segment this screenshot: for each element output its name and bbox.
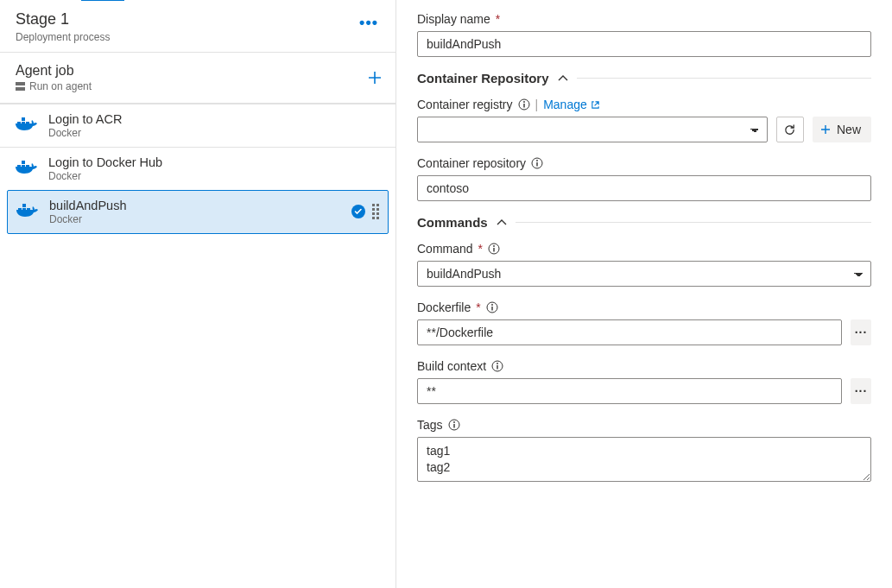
svg-point-24: [491, 304, 493, 306]
tags-label: Tags: [417, 418, 443, 432]
refresh-button[interactable]: [776, 117, 804, 142]
task-title: Login to Docker Hub: [48, 155, 387, 169]
info-icon[interactable]: [491, 360, 503, 372]
manage-link[interactable]: Manage: [543, 98, 600, 111]
info-icon[interactable]: [488, 243, 500, 255]
section-container-repository[interactable]: Container Repository: [417, 71, 549, 85]
task-login-acr[interactable]: Login to ACR Docker: [0, 104, 395, 147]
command-label: Command: [417, 242, 473, 256]
pipe-divider: |: [535, 98, 539, 111]
container-repository-label: Container repository: [417, 156, 526, 170]
info-icon[interactable]: [486, 301, 498, 313]
svg-rect-1: [16, 87, 25, 91]
svg-rect-25: [491, 307, 492, 311]
required-marker: *: [496, 12, 500, 26]
svg-rect-5: [22, 117, 25, 121]
svg-rect-31: [453, 424, 454, 428]
container-registry-label: Container registry: [417, 98, 513, 111]
stage-more-button[interactable]: •••: [356, 10, 382, 35]
svg-point-18: [536, 160, 538, 161]
svg-rect-0: [16, 82, 25, 85]
task-list: Login to ACR Docker Login to Docker Hub …: [0, 104, 395, 234]
svg-point-15: [523, 101, 525, 103]
display-name-input[interactable]: [417, 31, 871, 57]
stage-title: Stage 1: [16, 10, 110, 29]
browse-dockerfile-button[interactable]: ···: [851, 319, 871, 345]
new-registry-button[interactable]: New: [813, 117, 871, 142]
server-icon: [16, 82, 25, 91]
chevron-up-icon[interactable]: [558, 73, 568, 84]
svg-rect-16: [523, 104, 524, 108]
svg-rect-13: [22, 204, 26, 207]
svg-point-27: [497, 363, 498, 364]
required-marker: *: [478, 242, 483, 256]
stage-header: Stage 1 Deployment process •••: [0, 0, 395, 53]
browse-build-context-button[interactable]: ···: [851, 378, 871, 404]
check-circle-icon: [351, 205, 365, 218]
task-subtitle: Docker: [48, 170, 387, 182]
refresh-icon: [783, 123, 796, 136]
svg-rect-19: [536, 162, 537, 167]
task-subtitle: Docker: [49, 213, 341, 225]
svg-rect-28: [497, 365, 497, 370]
details-panel: Display name * Container Repository Cont…: [396, 0, 892, 588]
command-select[interactable]: buildAndPush: [417, 261, 871, 287]
display-name-label: Display name: [417, 12, 490, 26]
docker-icon: [16, 202, 39, 221]
task-title: buildAndPush: [49, 199, 341, 212]
container-registry-select[interactable]: [417, 117, 768, 142]
svg-rect-22: [493, 248, 494, 252]
info-icon[interactable]: [518, 98, 530, 111]
task-subtitle: Docker: [48, 127, 387, 139]
agent-job-header[interactable]: Agent job Run on agent: [0, 53, 395, 104]
info-icon[interactable]: [448, 419, 460, 431]
plus-icon: [819, 123, 832, 136]
required-marker: *: [476, 300, 480, 314]
section-commands[interactable]: Commands: [417, 215, 488, 230]
info-icon[interactable]: [531, 157, 543, 169]
agent-job-subtitle: Run on agent: [29, 80, 92, 92]
dockerfile-input[interactable]: [417, 319, 842, 345]
dockerfile-label: Dockerfile: [417, 300, 471, 314]
chevron-up-icon[interactable]: [497, 218, 507, 228]
external-link-icon: [591, 100, 600, 110]
svg-point-21: [493, 245, 495, 247]
build-context-label: Build context: [417, 359, 486, 373]
agent-job-title: Agent job: [16, 63, 92, 79]
active-tab-indicator: [81, 0, 124, 1]
drag-handle-icon[interactable]: [372, 204, 379, 219]
docker-icon: [16, 159, 38, 178]
docker-icon: [16, 116, 38, 135]
task-buildandpush[interactable]: buildAndPush Docker: [7, 190, 389, 234]
task-login-dockerhub[interactable]: Login to Docker Hub Docker: [0, 147, 395, 190]
task-title: Login to ACR: [48, 112, 387, 126]
add-task-button[interactable]: [366, 69, 383, 86]
left-panel: Stage 1 Deployment process ••• Agent job…: [0, 0, 396, 588]
build-context-input[interactable]: [417, 378, 842, 404]
svg-point-30: [453, 421, 455, 423]
stage-subtitle: Deployment process: [16, 31, 110, 43]
container-repository-input[interactable]: [417, 175, 871, 201]
tags-textarea[interactable]: [417, 437, 871, 482]
svg-rect-9: [22, 161, 25, 164]
